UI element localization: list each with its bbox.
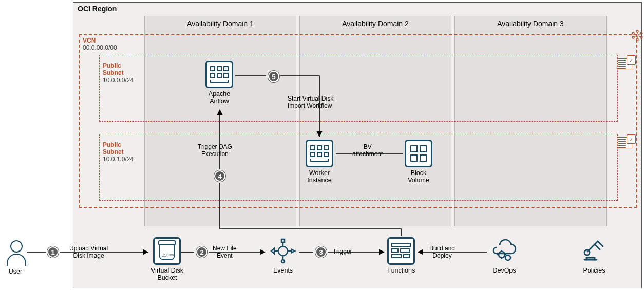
label-trigger: Trigger <box>333 248 352 256</box>
label-start-workflow: Start Virtual Disk Import Workflow <box>288 95 333 110</box>
ad3-title: Availability Domain 3 <box>455 16 606 32</box>
bucket-label: Virtual Disk Bucket <box>151 267 183 282</box>
user-label: User <box>9 268 22 275</box>
policies-node: Policies <box>580 237 608 274</box>
apache-airflow-node: Apache Airflow <box>205 61 233 105</box>
security-list-icon-1 <box>618 58 632 69</box>
ad2-title: Availability Domain 2 <box>300 16 451 32</box>
step-badge-5: 5 <box>268 71 279 82</box>
policies-label: Policies <box>583 267 605 274</box>
svg-point-5 <box>636 38 638 41</box>
bucket-icon: △○▭ <box>153 237 181 265</box>
label-upload-vd: Upload Virtual Disk Image <box>69 245 108 260</box>
virtual-disk-bucket-node: △○▭ Virtual Disk Bucket <box>151 237 183 282</box>
svg-point-2 <box>640 32 642 34</box>
label-build-deploy: Build and Deploy <box>429 245 455 260</box>
label-trigger-dag: Trigger DAG Execution <box>198 144 232 158</box>
region-title: OCI Region <box>78 5 117 13</box>
vcn-box: VCN 00.0.00.0/00 Public Subnet10.0.0.0/2… <box>79 34 637 208</box>
label-bv-attach: BV attachment <box>352 144 383 158</box>
policies-icon <box>580 237 608 265</box>
svg-point-6 <box>278 246 288 256</box>
devops-node: DevOps <box>490 237 518 274</box>
functions-icon <box>387 237 415 265</box>
step-badge-2: 2 <box>196 246 207 258</box>
label-new-file-event: New File Event <box>213 245 237 260</box>
ad1-title: Availability Domain 1 <box>145 16 296 32</box>
events-node: Events <box>269 237 297 274</box>
functions-node: Functions <box>387 237 415 274</box>
airflow-icon <box>205 61 233 88</box>
security-list-icon-2 <box>618 137 632 148</box>
svg-point-11 <box>499 252 505 258</box>
airflow-label: Apache Airflow <box>209 90 230 105</box>
svg-point-13 <box>584 250 590 255</box>
worker-instance-node: Worker Instance <box>306 140 333 184</box>
subnet1-label: Public Subnet10.0.0.0/24 <box>103 63 134 84</box>
svg-marker-9 <box>271 248 274 254</box>
events-icon <box>269 237 297 265</box>
svg-point-3 <box>632 36 634 38</box>
svg-point-4 <box>640 36 642 38</box>
worker-label: Worker Instance <box>307 169 331 184</box>
svg-marker-8 <box>292 249 295 253</box>
svg-point-0 <box>636 30 638 32</box>
svg-point-1 <box>632 32 634 34</box>
vcn-hex-icon <box>630 28 644 43</box>
svg-point-10 <box>281 260 285 263</box>
subnet2-label: Public Subnet10.0.1.0/24 <box>103 142 134 163</box>
vcn-label: VCN 00.0.00.0/00 <box>83 37 117 52</box>
devops-label: DevOps <box>493 267 516 274</box>
events-label: Events <box>273 267 293 274</box>
svg-rect-7 <box>281 239 285 242</box>
block-volume-node: Block Volume <box>405 140 432 184</box>
block-volume-label: Block Volume <box>408 169 429 184</box>
public-subnet-1: Public Subnet10.0.0.0/24 <box>99 55 618 122</box>
svg-point-12 <box>505 255 510 260</box>
user-node: User <box>5 240 26 275</box>
step-badge-4: 4 <box>214 170 225 182</box>
devops-icon <box>490 237 518 265</box>
step-badge-1: 1 <box>47 246 59 258</box>
user-icon <box>5 240 26 266</box>
step-badge-3: 3 <box>315 246 327 258</box>
diagram-canvas: OCI Region Availability Domain 1 Availab… <box>0 0 644 290</box>
block-volume-icon <box>405 140 432 167</box>
worker-icon <box>306 140 333 167</box>
functions-label: Functions <box>387 267 415 274</box>
